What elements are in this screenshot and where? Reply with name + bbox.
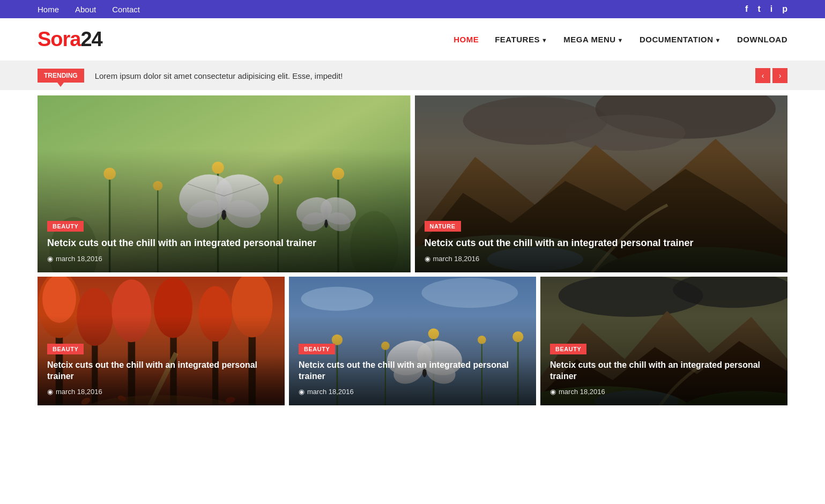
svg-point-38 — [42, 277, 76, 323]
svg-point-44 — [154, 278, 192, 338]
card-3-date: ◉ march 18,2016 — [47, 388, 275, 396]
trending-prev-button[interactable]: ‹ — [755, 68, 770, 83]
svg-point-7 — [153, 181, 162, 190]
card-5-badge: BEAUTY — [550, 344, 586, 354]
pinterest-icon[interactable]: p — [782, 4, 787, 14]
nav-documentation[interactable]: DOCUMENTATION▼ — [640, 35, 721, 44]
card-4-date: ◉ march 18,2016 — [299, 388, 526, 396]
clock-icon-1: ◉ — [47, 255, 53, 263]
card-4-content: BEAUTY Netcix cuts out the chill with an… — [289, 334, 536, 405]
card-1[interactable]: BEAUTY Netcix cuts out the chill with an… — [38, 95, 411, 272]
card-3[interactable]: BEAUTY Netcix cuts out the chill with an… — [38, 277, 285, 405]
nav-features[interactable]: FEATURES▼ — [495, 35, 547, 44]
card-1-title: Netcix cuts out the chill with an integr… — [47, 237, 401, 249]
facebook-icon[interactable]: f — [745, 4, 748, 14]
card-4-badge: BEAUTY — [299, 344, 335, 354]
svg-point-8 — [212, 161, 224, 173]
card-5-date: ◉ march 18,2016 — [550, 388, 778, 396]
card-4[interactable]: BEAUTY Netcix cuts out the chill with an… — [289, 277, 536, 405]
card-4-title: Netcix cuts out the chill with an integr… — [299, 360, 526, 382]
nav-download[interactable]: DOWNLOAD — [737, 35, 787, 44]
card-1-date: ◉ march 18,2016 — [47, 255, 401, 263]
trending-bar: TRENDING Lorem ipsum dolor sit amet cons… — [0, 61, 825, 90]
trending-arrows: ‹ › — [755, 68, 787, 83]
card-3-content: BEAUTY Netcix cuts out the chill with an… — [38, 334, 285, 405]
clock-icon-4: ◉ — [299, 388, 304, 396]
trending-badge: TRENDING — [38, 69, 84, 83]
clock-icon-5: ◉ — [550, 388, 556, 396]
features-dropdown-icon: ▼ — [541, 37, 547, 43]
svg-point-46 — [198, 286, 232, 342]
card-1-content: BEAUTY Netcix cuts out the chill with an… — [38, 211, 411, 272]
svg-point-55 — [421, 278, 518, 308]
svg-point-6 — [103, 168, 115, 180]
topbar-home-link[interactable]: Home — [38, 5, 59, 14]
svg-point-9 — [273, 175, 283, 184]
trending-next-button[interactable]: › — [772, 68, 787, 83]
svg-point-10 — [332, 168, 344, 180]
card-5-title: Netcix cuts out the chill with an integr… — [550, 360, 778, 382]
trending-text: Lorem ipsum dolor sit amet consectetur a… — [95, 71, 745, 80]
topbar-about-link[interactable]: About — [75, 5, 96, 14]
card-2-badge: NATURE — [425, 221, 461, 232]
top-bar: Home About Contact f t i p — [0, 0, 825, 18]
top-bar-nav: Home About Contact — [38, 5, 140, 14]
clock-icon-3: ◉ — [47, 388, 53, 396]
header: Sora24 HOME FEATURES▼ MEGA MENU▼ DOCUMEN… — [0, 18, 825, 61]
site-logo[interactable]: Sora24 — [38, 28, 102, 51]
card-5-content: BEAUTY Netcix cuts out the chill with an… — [540, 334, 787, 405]
top-cards-row: BEAUTY Netcix cuts out the chill with an… — [38, 95, 787, 272]
card-5[interactable]: BEAUTY Netcix cuts out the chill with an… — [540, 277, 787, 405]
cards-section: BEAUTY Netcix cuts out the chill with an… — [0, 90, 825, 411]
nav-home[interactable]: HOME — [454, 35, 479, 44]
twitter-icon[interactable]: t — [757, 4, 760, 14]
card-2[interactable]: NATURE Netcix cuts out the chill with an… — [415, 95, 788, 272]
card-2-title: Netcix cuts out the chill with an integr… — [425, 237, 778, 249]
card-3-badge: BEAUTY — [47, 344, 84, 354]
svg-point-42 — [112, 279, 151, 342]
card-1-badge: BEAUTY — [47, 221, 84, 232]
top-bar-social: f t i p — [745, 4, 787, 14]
card-2-content: NATURE Netcix cuts out the chill with an… — [415, 211, 788, 272]
documentation-dropdown-icon: ▼ — [715, 37, 721, 43]
svg-point-54 — [301, 287, 373, 311]
topbar-contact-link[interactable]: Contact — [112, 5, 140, 14]
instagram-icon[interactable]: i — [770, 4, 772, 14]
megamenu-dropdown-icon: ▼ — [618, 37, 623, 43]
nav-megamenu[interactable]: MEGA MENU▼ — [563, 35, 623, 44]
main-nav: HOME FEATURES▼ MEGA MENU▼ DOCUMENTATION▼… — [454, 35, 787, 44]
card-2-date: ◉ march 18,2016 — [425, 255, 778, 263]
bottom-cards-row: BEAUTY Netcix cuts out the chill with an… — [38, 277, 787, 405]
clock-icon-2: ◉ — [425, 255, 430, 263]
card-3-title: Netcix cuts out the chill with an integr… — [47, 360, 275, 382]
